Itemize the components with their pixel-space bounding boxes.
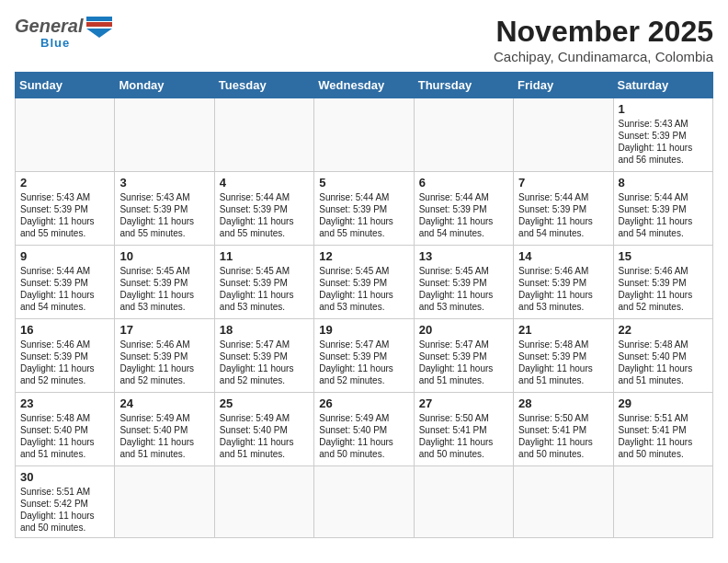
- day-info: and 50 minutes.: [619, 448, 708, 460]
- day-info: Sunset: 5:39 PM: [119, 203, 209, 215]
- calendar-cell: 7Sunrise: 5:44 AMSunset: 5:39 PMDaylight…: [514, 172, 613, 246]
- day-info: Sunrise: 5:44 AM: [518, 191, 608, 203]
- calendar-cell: 30Sunrise: 5:51 AMSunset: 5:42 PMDayligh…: [16, 466, 115, 538]
- day-info: and 52 minutes.: [119, 374, 209, 386]
- day-info: Sunrise: 5:43 AM: [20, 191, 109, 203]
- calendar-cell: 12Sunrise: 5:45 AMSunset: 5:39 PMDayligh…: [314, 246, 414, 319]
- day-info: and 55 minutes.: [220, 227, 309, 239]
- day-info: and 55 minutes.: [20, 227, 109, 239]
- day-info: and 50 minutes.: [419, 448, 508, 460]
- calendar-cell: [613, 466, 712, 538]
- day-info: Daylight: 11 hours: [220, 436, 309, 448]
- day-number: 26: [319, 396, 408, 410]
- day-info: Sunrise: 5:43 AM: [119, 191, 209, 203]
- day-info: Sunrise: 5:49 AM: [319, 412, 408, 424]
- day-number: 25: [220, 396, 309, 410]
- day-info: Sunset: 5:40 PM: [619, 350, 708, 362]
- day-number: 5: [319, 176, 408, 190]
- day-info: Daylight: 11 hours: [518, 289, 608, 301]
- day-number: 18: [220, 323, 309, 337]
- day-info: and 52 minutes.: [220, 374, 309, 386]
- col-header-monday: Monday: [115, 73, 214, 98]
- calendar-table: SundayMondayTuesdayWednesdayThursdayFrid…: [15, 72, 713, 538]
- day-info: Sunrise: 5:46 AM: [20, 339, 109, 350]
- col-header-tuesday: Tuesday: [214, 73, 313, 98]
- calendar-cell: [514, 98, 613, 172]
- day-info: Sunrise: 5:44 AM: [419, 191, 508, 203]
- day-number: 23: [20, 396, 109, 410]
- day-info: Sunset: 5:39 PM: [319, 277, 408, 289]
- calendar-cell: 23Sunrise: 5:48 AMSunset: 5:40 PMDayligh…: [16, 393, 115, 466]
- day-info: and 55 minutes.: [319, 227, 408, 239]
- day-info: and 51 minutes.: [518, 374, 608, 386]
- day-number: 7: [518, 176, 608, 190]
- day-info: Sunrise: 5:51 AM: [619, 412, 708, 424]
- calendar-cell: 21Sunrise: 5:48 AMSunset: 5:39 PMDayligh…: [514, 319, 613, 393]
- day-info: and 54 minutes.: [20, 301, 109, 313]
- day-info: Sunrise: 5:44 AM: [20, 265, 109, 277]
- day-info: Sunset: 5:41 PM: [518, 424, 608, 436]
- calendar-cell: 17Sunrise: 5:46 AMSunset: 5:39 PMDayligh…: [115, 319, 214, 393]
- calendar-cell: 22Sunrise: 5:48 AMSunset: 5:40 PMDayligh…: [613, 319, 712, 393]
- day-number: 16: [20, 323, 109, 337]
- day-info: Daylight: 11 hours: [20, 436, 109, 448]
- day-info: and 51 minutes.: [419, 374, 508, 386]
- day-number: 20: [419, 323, 508, 337]
- day-info: Sunrise: 5:50 AM: [518, 412, 608, 424]
- day-number: 2: [20, 176, 109, 190]
- calendar-cell: 25Sunrise: 5:49 AMSunset: 5:40 PMDayligh…: [214, 393, 313, 466]
- calendar-cell: 3Sunrise: 5:43 AMSunset: 5:39 PMDaylight…: [115, 172, 214, 246]
- calendar-cell: 2Sunrise: 5:43 AMSunset: 5:39 PMDaylight…: [16, 172, 115, 246]
- day-info: Sunset: 5:39 PM: [518, 350, 608, 362]
- logo-flag-icon: [86, 17, 112, 38]
- day-info: Sunset: 5:39 PM: [518, 203, 608, 215]
- day-info: Sunset: 5:39 PM: [220, 277, 309, 289]
- calendar-cell: [314, 466, 414, 538]
- day-info: Daylight: 11 hours: [619, 436, 708, 448]
- day-number: 6: [419, 176, 508, 190]
- day-info: Sunset: 5:39 PM: [419, 350, 508, 362]
- day-info: Daylight: 11 hours: [319, 215, 408, 227]
- day-info: Daylight: 11 hours: [319, 436, 408, 448]
- day-info: Sunrise: 5:45 AM: [220, 265, 309, 277]
- day-info: Daylight: 11 hours: [419, 436, 508, 448]
- day-info: Sunset: 5:39 PM: [319, 203, 408, 215]
- calendar-cell: 8Sunrise: 5:44 AMSunset: 5:39 PMDaylight…: [613, 172, 712, 246]
- calendar-cell: 4Sunrise: 5:44 AMSunset: 5:39 PMDaylight…: [214, 172, 313, 246]
- day-info: Sunrise: 5:49 AM: [119, 412, 209, 424]
- day-info: and 51 minutes.: [619, 374, 708, 386]
- calendar-cell: 29Sunrise: 5:51 AMSunset: 5:41 PMDayligh…: [613, 393, 712, 466]
- day-info: Sunrise: 5:47 AM: [419, 339, 508, 350]
- calendar-cell: [16, 98, 115, 172]
- day-info: Sunrise: 5:44 AM: [619, 191, 708, 203]
- day-info: Daylight: 11 hours: [619, 362, 708, 374]
- calendar-cell: 5Sunrise: 5:44 AMSunset: 5:39 PMDaylight…: [314, 172, 414, 246]
- day-info: Daylight: 11 hours: [119, 215, 209, 227]
- day-info: Sunset: 5:39 PM: [20, 203, 109, 215]
- calendar-cell: 14Sunrise: 5:46 AMSunset: 5:39 PMDayligh…: [514, 246, 613, 319]
- day-number: 15: [619, 249, 708, 263]
- day-info: Daylight: 11 hours: [20, 362, 109, 374]
- day-info: and 53 minutes.: [119, 301, 209, 313]
- day-info: Sunset: 5:39 PM: [619, 277, 708, 289]
- calendar-cell: [214, 98, 313, 172]
- day-info: Sunrise: 5:47 AM: [220, 339, 309, 350]
- col-header-wednesday: Wednesday: [314, 73, 414, 98]
- calendar-cell: [115, 98, 214, 172]
- day-info: Sunrise: 5:48 AM: [518, 339, 608, 350]
- calendar-cell: 11Sunrise: 5:45 AMSunset: 5:39 PMDayligh…: [214, 246, 313, 319]
- day-info: Sunset: 5:39 PM: [619, 130, 708, 142]
- day-info: Daylight: 11 hours: [119, 436, 209, 448]
- day-number: 10: [119, 249, 209, 263]
- day-info: and 50 minutes.: [319, 448, 408, 460]
- day-info: Sunset: 5:39 PM: [220, 203, 309, 215]
- day-number: 4: [220, 176, 309, 190]
- day-info: Sunset: 5:39 PM: [119, 277, 209, 289]
- day-number: 22: [619, 323, 708, 337]
- calendar-cell: 19Sunrise: 5:47 AMSunset: 5:39 PMDayligh…: [314, 319, 414, 393]
- day-info: and 50 minutes.: [20, 522, 109, 534]
- day-info: and 54 minutes.: [619, 227, 708, 239]
- day-info: and 54 minutes.: [419, 227, 508, 239]
- day-header-row: SundayMondayTuesdayWednesdayThursdayFrid…: [16, 73, 713, 98]
- day-info: Sunrise: 5:45 AM: [319, 265, 408, 277]
